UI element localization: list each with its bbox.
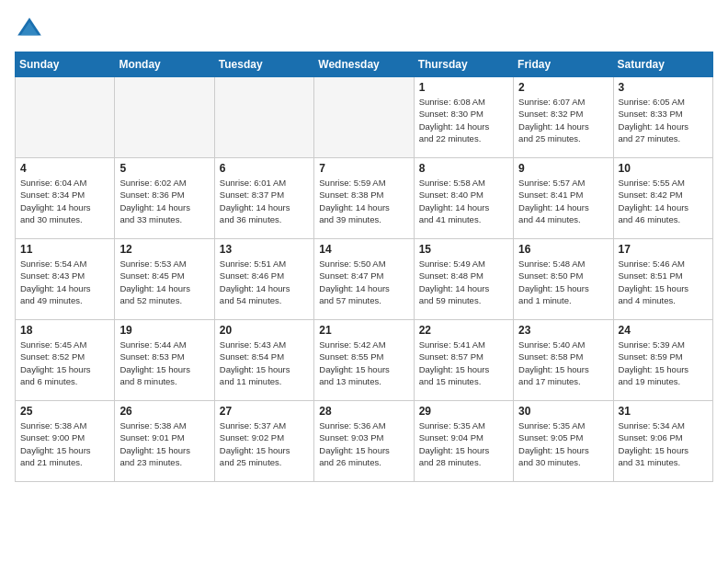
day-number: 28	[319, 405, 408, 418]
day-number: 4	[20, 162, 109, 175]
calendar-header-thursday: Thursday	[414, 52, 513, 77]
calendar-cell: 24Sunrise: 5:39 AM Sunset: 8:59 PM Dayli…	[613, 320, 712, 401]
calendar-week-4: 18Sunrise: 5:45 AM Sunset: 8:52 PM Dayli…	[16, 320, 713, 401]
day-number: 5	[119, 162, 209, 175]
calendar-cell: 19Sunrise: 5:44 AM Sunset: 8:53 PM Dayli…	[115, 320, 214, 401]
day-number: 7	[319, 162, 408, 175]
day-number: 16	[518, 243, 608, 256]
calendar-cell	[16, 77, 115, 158]
page-header	[15, 15, 713, 44]
calendar-cell: 23Sunrise: 5:40 AM Sunset: 8:58 PM Dayli…	[514, 320, 613, 401]
calendar-cell	[314, 77, 414, 158]
calendar-cell: 15Sunrise: 5:49 AM Sunset: 8:48 PM Dayli…	[414, 239, 513, 320]
calendar-week-1: 1Sunrise: 6:08 AM Sunset: 8:30 PM Daylig…	[16, 77, 713, 158]
calendar-cell: 13Sunrise: 5:51 AM Sunset: 8:46 PM Dayli…	[214, 239, 313, 320]
day-info: Sunrise: 6:05 AM Sunset: 8:33 PM Dayligh…	[619, 96, 708, 144]
calendar-cell: 21Sunrise: 5:42 AM Sunset: 8:55 PM Dayli…	[314, 320, 414, 401]
day-number: 29	[419, 405, 508, 418]
day-number: 23	[518, 324, 608, 337]
day-number: 11	[20, 243, 109, 256]
day-number: 31	[619, 405, 708, 418]
calendar-cell: 16Sunrise: 5:48 AM Sunset: 8:50 PM Dayli…	[514, 239, 613, 320]
day-number: 10	[619, 162, 708, 175]
day-info: Sunrise: 5:55 AM Sunset: 8:42 PM Dayligh…	[619, 177, 708, 225]
calendar-cell: 20Sunrise: 5:43 AM Sunset: 8:54 PM Dayli…	[214, 320, 313, 401]
day-info: Sunrise: 5:50 AM Sunset: 8:47 PM Dayligh…	[319, 258, 408, 306]
day-number: 1	[419, 81, 508, 94]
day-number: 19	[119, 324, 209, 337]
calendar-cell: 26Sunrise: 5:38 AM Sunset: 9:01 PM Dayli…	[115, 401, 214, 482]
day-number: 3	[619, 81, 708, 94]
day-info: Sunrise: 5:35 AM Sunset: 9:04 PM Dayligh…	[419, 419, 508, 468]
calendar-cell	[214, 77, 313, 158]
day-info: Sunrise: 5:40 AM Sunset: 8:58 PM Dayligh…	[518, 339, 608, 387]
calendar-header-row: SundayMondayTuesdayWednesdayThursdayFrid…	[16, 52, 713, 77]
day-info: Sunrise: 5:54 AM Sunset: 8:43 PM Dayligh…	[20, 258, 109, 306]
calendar-header-friday: Friday	[514, 52, 613, 77]
day-info: Sunrise: 5:53 AM Sunset: 8:45 PM Dayligh…	[119, 258, 209, 306]
day-info: Sunrise: 5:39 AM Sunset: 8:59 PM Dayligh…	[619, 339, 708, 387]
calendar-cell: 27Sunrise: 5:37 AM Sunset: 9:02 PM Dayli…	[214, 401, 313, 482]
day-number: 22	[419, 324, 508, 337]
day-number: 18	[20, 324, 109, 337]
calendar-header-wednesday: Wednesday	[314, 52, 414, 77]
logo-icon	[15, 15, 44, 44]
day-info: Sunrise: 5:35 AM Sunset: 9:05 PM Dayligh…	[518, 419, 608, 468]
day-number: 17	[619, 243, 708, 256]
day-info: Sunrise: 5:43 AM Sunset: 8:54 PM Dayligh…	[220, 339, 309, 387]
day-number: 12	[119, 243, 209, 256]
logo	[15, 15, 48, 44]
calendar-cell: 30Sunrise: 5:35 AM Sunset: 9:05 PM Dayli…	[514, 401, 613, 482]
day-info: Sunrise: 6:02 AM Sunset: 8:36 PM Dayligh…	[119, 177, 209, 225]
day-info: Sunrise: 5:48 AM Sunset: 8:50 PM Dayligh…	[518, 258, 608, 306]
calendar-cell: 8Sunrise: 5:58 AM Sunset: 8:40 PM Daylig…	[414, 158, 513, 239]
calendar-cell: 22Sunrise: 5:41 AM Sunset: 8:57 PM Dayli…	[414, 320, 513, 401]
day-info: Sunrise: 5:38 AM Sunset: 9:01 PM Dayligh…	[119, 419, 209, 468]
day-number: 30	[518, 405, 608, 418]
calendar-cell: 18Sunrise: 5:45 AM Sunset: 8:52 PM Dayli…	[16, 320, 115, 401]
day-number: 26	[119, 405, 209, 418]
calendar-week-2: 4Sunrise: 6:04 AM Sunset: 8:34 PM Daylig…	[16, 158, 713, 239]
calendar-cell	[115, 77, 214, 158]
calendar-cell: 12Sunrise: 5:53 AM Sunset: 8:45 PM Dayli…	[115, 239, 214, 320]
day-info: Sunrise: 5:57 AM Sunset: 8:41 PM Dayligh…	[518, 177, 608, 225]
calendar-cell: 1Sunrise: 6:08 AM Sunset: 8:30 PM Daylig…	[414, 77, 513, 158]
day-info: Sunrise: 6:01 AM Sunset: 8:37 PM Dayligh…	[220, 177, 309, 225]
day-number: 24	[619, 324, 708, 337]
day-info: Sunrise: 5:36 AM Sunset: 9:03 PM Dayligh…	[319, 419, 408, 468]
day-info: Sunrise: 5:34 AM Sunset: 9:06 PM Dayligh…	[619, 419, 708, 468]
calendar-cell: 28Sunrise: 5:36 AM Sunset: 9:03 PM Dayli…	[314, 401, 414, 482]
calendar-cell: 10Sunrise: 5:55 AM Sunset: 8:42 PM Dayli…	[613, 158, 712, 239]
day-info: Sunrise: 6:08 AM Sunset: 8:30 PM Dayligh…	[419, 96, 508, 144]
calendar-cell: 4Sunrise: 6:04 AM Sunset: 8:34 PM Daylig…	[16, 158, 115, 239]
day-number: 6	[220, 162, 309, 175]
day-number: 13	[220, 243, 309, 256]
calendar-cell: 25Sunrise: 5:38 AM Sunset: 9:00 PM Dayli…	[16, 401, 115, 482]
day-number: 8	[419, 162, 508, 175]
calendar-header-saturday: Saturday	[613, 52, 712, 77]
day-info: Sunrise: 6:07 AM Sunset: 8:32 PM Dayligh…	[518, 96, 608, 144]
day-info: Sunrise: 5:44 AM Sunset: 8:53 PM Dayligh…	[119, 339, 209, 387]
calendar-cell: 2Sunrise: 6:07 AM Sunset: 8:32 PM Daylig…	[514, 77, 613, 158]
day-number: 21	[319, 324, 408, 337]
day-info: Sunrise: 5:49 AM Sunset: 8:48 PM Dayligh…	[419, 258, 508, 306]
calendar-cell: 6Sunrise: 6:01 AM Sunset: 8:37 PM Daylig…	[214, 158, 313, 239]
calendar-cell: 29Sunrise: 5:35 AM Sunset: 9:04 PM Dayli…	[414, 401, 513, 482]
calendar-cell: 3Sunrise: 6:05 AM Sunset: 8:33 PM Daylig…	[613, 77, 712, 158]
calendar-header-sunday: Sunday	[16, 52, 115, 77]
day-number: 25	[20, 405, 109, 418]
day-number: 27	[220, 405, 309, 418]
calendar-cell: 5Sunrise: 6:02 AM Sunset: 8:36 PM Daylig…	[115, 158, 214, 239]
calendar-cell: 11Sunrise: 5:54 AM Sunset: 8:43 PM Dayli…	[16, 239, 115, 320]
calendar-header-tuesday: Tuesday	[214, 52, 313, 77]
day-info: Sunrise: 5:59 AM Sunset: 8:38 PM Dayligh…	[319, 177, 408, 225]
calendar-cell: 9Sunrise: 5:57 AM Sunset: 8:41 PM Daylig…	[514, 158, 613, 239]
day-info: Sunrise: 5:37 AM Sunset: 9:02 PM Dayligh…	[220, 419, 309, 468]
calendar-week-5: 25Sunrise: 5:38 AM Sunset: 9:00 PM Dayli…	[16, 401, 713, 482]
calendar-table: SundayMondayTuesdayWednesdayThursdayFrid…	[15, 52, 713, 482]
calendar-cell: 7Sunrise: 5:59 AM Sunset: 8:38 PM Daylig…	[314, 158, 414, 239]
day-number: 14	[319, 243, 408, 256]
day-info: Sunrise: 5:45 AM Sunset: 8:52 PM Dayligh…	[20, 339, 109, 387]
day-info: Sunrise: 5:42 AM Sunset: 8:55 PM Dayligh…	[319, 339, 408, 387]
calendar-header-monday: Monday	[115, 52, 214, 77]
